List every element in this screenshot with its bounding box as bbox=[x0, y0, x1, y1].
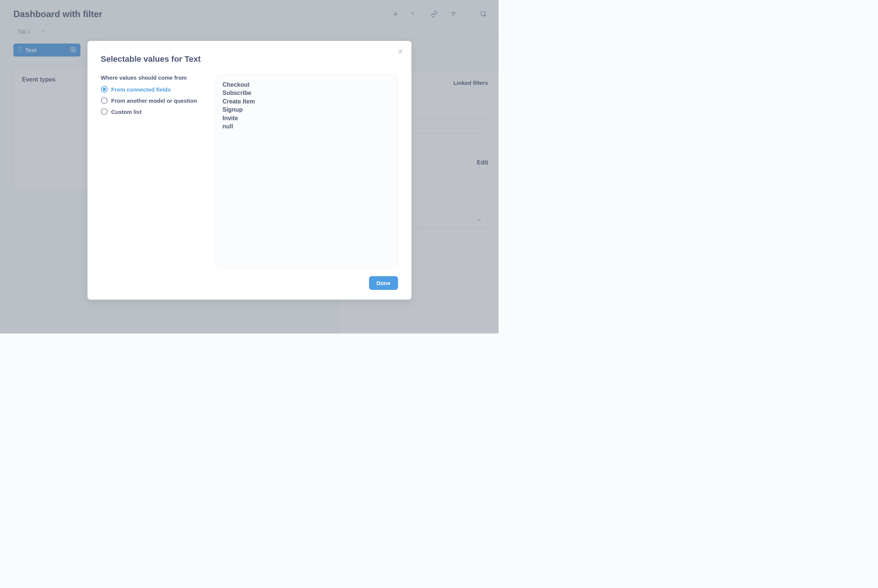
radio-custom-list[interactable]: Custom list bbox=[101, 108, 205, 115]
options-heading: Where values should come from bbox=[101, 74, 205, 81]
done-button[interactable]: Done bbox=[369, 276, 398, 290]
radio-from-connected-fields[interactable]: From connected fields bbox=[101, 86, 205, 93]
values-preview-box: Checkout Subscribe Create Item Signup In… bbox=[216, 74, 398, 268]
value-item: Create Item bbox=[223, 98, 391, 106]
radio-from-model-or-question[interactable]: From another model or question bbox=[101, 97, 205, 104]
radio-icon bbox=[101, 97, 108, 104]
radio-label: From another model or question bbox=[111, 98, 197, 104]
radio-label: From connected fields bbox=[111, 86, 171, 93]
value-item: Checkout bbox=[223, 81, 391, 89]
value-item: Subscribe bbox=[223, 89, 391, 97]
close-icon[interactable]: ✕ bbox=[398, 48, 403, 56]
radio-icon bbox=[101, 86, 108, 93]
modal-title: Selectable values for Text bbox=[101, 54, 398, 64]
radio-icon bbox=[101, 108, 108, 115]
radio-label: Custom list bbox=[111, 109, 142, 115]
selectable-values-modal: ✕ Selectable values for Text Where value… bbox=[87, 41, 412, 300]
value-item: Invite bbox=[223, 114, 391, 123]
value-item: null bbox=[223, 123, 391, 130]
value-item: Signup bbox=[223, 106, 391, 114]
source-options: Where values should come from From conne… bbox=[101, 74, 205, 268]
